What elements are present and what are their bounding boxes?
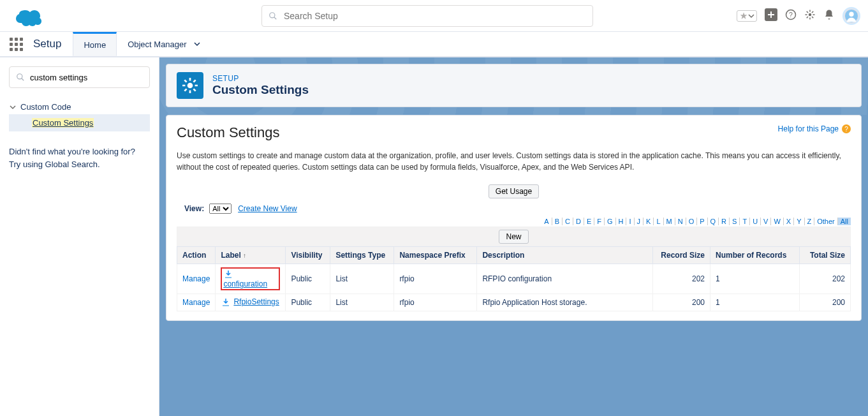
main-panel: Help for this Page ? Custom Settings Use…	[166, 115, 862, 321]
star-icon	[739, 11, 748, 20]
favorites-button[interactable]	[737, 10, 757, 22]
custom-settings-table: New Action Label ↑ Visibility Settings T…	[177, 227, 851, 311]
alpha-letter[interactable]: F	[594, 218, 605, 225]
tab-label: Home	[84, 40, 106, 50]
alpha-letter[interactable]: C	[563, 218, 573, 225]
setup-button[interactable]	[804, 9, 816, 22]
col-total-size[interactable]: Total Size	[800, 247, 851, 264]
content-area: SETUP Custom Settings Help for this Page…	[159, 57, 868, 416]
table-row: ManageconfigurationPublicListrfpioRFPIO …	[177, 264, 851, 294]
row-label-link[interactable]: configuration	[223, 279, 267, 288]
svg-point-7	[849, 11, 853, 16]
alpha-letter[interactable]: T	[740, 218, 750, 225]
app-launcher-button[interactable]	[0, 32, 32, 56]
svg-point-10	[188, 83, 193, 89]
col-label[interactable]: Label ↑	[216, 247, 286, 264]
alpha-letter[interactable]: B	[552, 218, 563, 225]
alpha-letter[interactable]: S	[730, 218, 740, 225]
svg-line-9	[22, 78, 24, 81]
col-num-records[interactable]: Number of Records	[710, 247, 800, 264]
alpha-letter[interactable]: I	[626, 218, 634, 225]
col-record-size[interactable]: Record Size	[653, 247, 710, 264]
alpha-letter[interactable]: Z	[805, 218, 815, 225]
svg-point-0	[270, 12, 275, 17]
tree-node-custom-settings[interactable]: Custom Settings	[9, 114, 150, 131]
context-bar: Setup Home Object Manager	[0, 32, 868, 57]
alpha-letter[interactable]: X	[784, 218, 794, 225]
search-icon	[16, 73, 25, 82]
tree-node-custom-code[interactable]: Custom Code	[9, 100, 150, 114]
manage-link[interactable]: Manage	[182, 274, 210, 283]
quick-find[interactable]	[9, 66, 150, 88]
panel-desc: Use custom settings to create and manage…	[177, 150, 851, 173]
global-create-button[interactable]	[765, 8, 777, 23]
alpha-letter[interactable]: O	[686, 218, 698, 225]
alpha-letter[interactable]: U	[750, 218, 761, 225]
waffle-icon	[10, 38, 23, 51]
view-select[interactable]: All	[209, 204, 232, 214]
alpha-filter: ABCDEFGHIJKLMNOPQRSTUVWXYZOtherAll	[177, 218, 851, 225]
view-filter: View: All Create New View	[184, 204, 851, 214]
global-search[interactable]	[261, 5, 593, 27]
alpha-letter[interactable]: W	[771, 218, 783, 225]
svg-point-8	[17, 74, 22, 79]
alpha-letter[interactable]: V	[761, 218, 771, 225]
alpha-letter[interactable]: All	[838, 218, 851, 225]
global-search-input[interactable]	[284, 11, 586, 21]
alpha-letter[interactable]: P	[697, 218, 707, 225]
chevron-down-icon	[748, 13, 754, 19]
tab-home[interactable]: Home	[73, 32, 117, 56]
panel-title: Custom Settings	[177, 124, 851, 141]
gear-icon	[804, 9, 816, 20]
alpha-letter[interactable]: M	[664, 218, 675, 225]
page-header: SETUP Custom Settings	[166, 64, 862, 107]
svg-line-1	[274, 17, 277, 19]
new-button[interactable]: New	[499, 230, 528, 244]
page-title: Custom Settings	[212, 83, 309, 97]
help-button[interactable]: ?	[785, 9, 797, 22]
user-avatar[interactable]	[842, 7, 860, 25]
manage-link[interactable]: Manage	[182, 298, 210, 307]
col-namespace[interactable]: Namespace Prefix	[394, 247, 477, 264]
alpha-letter[interactable]: L	[654, 218, 663, 225]
header-actions: ?	[737, 7, 860, 25]
notifications-button[interactable]	[823, 9, 835, 22]
svg-point-5	[809, 13, 812, 17]
create-view-link[interactable]: Create New View	[238, 204, 297, 213]
row-label-link[interactable]: RfpioSettings	[233, 297, 279, 306]
tree-label: Custom Code	[20, 102, 71, 112]
alpha-letter[interactable]: G	[605, 218, 616, 225]
help-link[interactable]: Help for this Page ?	[778, 124, 851, 133]
page-header-icon	[177, 72, 203, 99]
download-icon	[221, 297, 231, 308]
alpha-letter[interactable]: E	[584, 218, 594, 225]
get-usage-button[interactable]: Get Usage	[489, 184, 539, 198]
view-label: View:	[184, 204, 204, 213]
alpha-letter[interactable]: Q	[708, 218, 719, 225]
chevron-down-icon	[193, 40, 201, 48]
sort-up-icon: ↑	[243, 252, 246, 259]
col-description[interactable]: Description	[477, 247, 653, 264]
quick-find-input[interactable]	[30, 73, 143, 82]
svg-text:?: ?	[789, 11, 793, 19]
help-icon: ?	[842, 124, 851, 133]
alpha-letter[interactable]: J	[635, 218, 644, 225]
alpha-letter[interactable]: R	[719, 218, 730, 225]
tab-object-manager[interactable]: Object Manager	[117, 32, 212, 56]
alpha-letter[interactable]: N	[675, 218, 686, 225]
alpha-letter[interactable]: D	[573, 218, 584, 225]
alpha-letter[interactable]: H	[616, 218, 627, 225]
alpha-letter[interactable]: Other	[814, 218, 838, 225]
main-layout: Custom Code Custom Settings Didn't find …	[0, 57, 868, 416]
tree-label: Custom Settings	[32, 118, 94, 128]
plus-icon	[765, 8, 777, 21]
global-header: ?	[0, 0, 868, 32]
alpha-letter[interactable]: K	[644, 218, 654, 225]
alpha-letter[interactable]: Y	[794, 218, 804, 225]
bell-icon	[823, 9, 835, 20]
col-settings-type[interactable]: Settings Type	[330, 247, 394, 264]
col-action: Action	[177, 247, 216, 264]
alpha-letter[interactable]: A	[541, 218, 552, 225]
download-icon	[223, 269, 233, 279]
col-visibility[interactable]: Visibility	[286, 247, 330, 264]
